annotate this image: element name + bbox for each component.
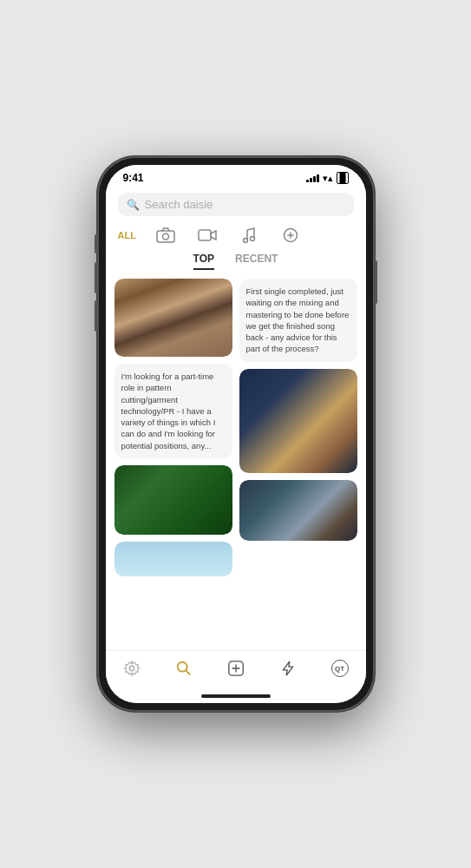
filter-tabs: ALL [106,221,366,249]
signal-icon [306,174,319,182]
forest-image [114,465,232,535]
makeup-image [114,279,232,357]
list-item[interactable] [114,279,232,357]
sort-tabs: TOP RECENT [106,249,366,275]
status-time: 9:41 [123,172,144,184]
masonry-grid: I'm looking for a part-time role in patt… [114,279,357,650]
music-icon [242,227,256,244]
bottom-nav: QT [106,650,366,691]
svg-point-4 [250,237,254,241]
phone-screen: 9:41 ▾▴ █ 🔍 Search daisie ALL [106,165,366,703]
phone-frame: 9:41 ▾▴ █ 🔍 Search daisie ALL [97,156,375,712]
svg-point-3 [243,239,247,243]
content-area: I'm looking for a part-time role in patt… [106,275,366,650]
nav-activity[interactable] [278,658,298,679]
svg-point-1 [162,233,168,240]
plus-circle-icon [283,227,298,243]
nav-add[interactable] [226,658,246,679]
sky-image [114,542,232,576]
list-item[interactable] [114,542,232,576]
filter-photo[interactable] [154,227,178,244]
search-icon: 🔍 [127,199,140,211]
svg-rect-2 [199,230,211,240]
volume-up-button [95,262,97,293]
list-item[interactable]: First single completed, just waiting on … [239,279,357,362]
svg-rect-0 [157,231,174,242]
status-icons: ▾▴ █ [306,172,348,184]
landscape-image [239,480,357,541]
search-placeholder: Search daisie [145,198,213,211]
lightning-icon [278,658,298,679]
filter-video[interactable] [195,227,219,244]
search-bar: 🔍 Search daisie [106,187,366,221]
profile-icon: QT [330,658,350,679]
status-bar: 9:41 ▾▴ █ [106,165,366,187]
sort-tab-top[interactable]: TOP [193,253,214,270]
portrait-image [239,369,357,473]
list-item[interactable] [239,369,357,473]
camera-icon [156,227,175,243]
nav-settings[interactable] [121,658,142,679]
volume-down-button [95,300,97,332]
sort-tab-recent[interactable]: RECENT [235,253,278,270]
search-input-container[interactable]: 🔍 Search daisie [118,193,354,216]
filter-all[interactable]: ALL [118,230,136,240]
home-indicator [106,691,366,703]
svg-point-7 [177,662,186,672]
filter-more[interactable] [278,227,303,244]
list-item[interactable] [239,480,357,541]
svg-point-6 [129,666,134,670]
filter-music[interactable] [237,227,261,244]
nav-search[interactable] [173,658,194,679]
list-item[interactable]: I'm looking for a part-time role in patt… [114,364,232,458]
power-button [375,260,377,304]
left-column: I'm looking for a part-time role in patt… [114,279,232,650]
home-bar [201,694,271,698]
mute-button [95,234,97,253]
nav-profile[interactable]: QT [330,658,350,679]
wifi-icon: ▾▴ [323,173,333,184]
right-column: First single completed, just waiting on … [239,279,357,650]
search-nav-icon [173,658,194,679]
list-item[interactable] [114,465,232,535]
battery-icon: █ [337,172,348,184]
card-text: I'm looking for a part-time role in patt… [114,364,232,458]
card-text: First single completed, just waiting on … [239,279,357,362]
add-icon [226,658,246,679]
video-icon [198,228,217,242]
settings-icon [121,658,142,679]
